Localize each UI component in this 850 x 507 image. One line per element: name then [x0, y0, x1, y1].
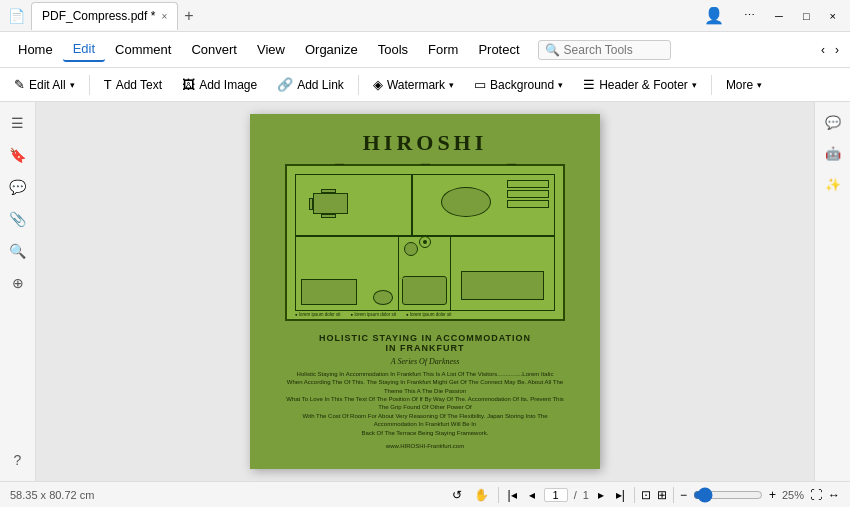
tab-close-button[interactable]: × [161, 11, 167, 22]
pan-button[interactable]: ✋ [471, 488, 492, 502]
menu-item-tools[interactable]: Tools [368, 38, 418, 61]
toolbar: ✎ Edit All ▾ T Add Text 🖼 Add Image 🔗 Ad… [0, 68, 850, 102]
sep2 [634, 487, 635, 503]
watermark-label: Watermark [387, 78, 445, 92]
background-label: Background [490, 78, 554, 92]
more-arrow: ▾ [757, 80, 762, 90]
search-icon: 🔍 [545, 43, 560, 57]
search-box[interactable]: 🔍 [538, 40, 671, 60]
menu-item-organize[interactable]: Organize [295, 38, 368, 61]
header-footer-button[interactable]: ☰ Header & Footer ▾ [575, 74, 705, 95]
add-image-label: Add Image [199, 78, 257, 92]
menu-item-edit[interactable]: Edit [63, 37, 105, 62]
restore-button[interactable]: □ [797, 8, 816, 24]
right-ai2-icon[interactable]: ✨ [820, 172, 846, 197]
nav-forward-button[interactable]: › [832, 43, 842, 57]
search-input[interactable] [564, 43, 664, 57]
more-label: More [726, 78, 753, 92]
add-text-button[interactable]: T Add Text [96, 74, 170, 95]
title-bar-left: 📄 PDF_Compress.pdf * × + [8, 2, 194, 30]
add-link-button[interactable]: 🔗 Add Link [269, 74, 352, 95]
page-separator: / [574, 489, 577, 501]
sidebar-left: ☰ 🔖 💬 📎 🔍 ⊕ ? [0, 102, 36, 481]
separator-1 [89, 75, 90, 95]
background-arrow: ▾ [558, 80, 563, 90]
watermark-button[interactable]: ◈ Watermark ▾ [365, 74, 462, 95]
next-page-button[interactable]: ▸ [595, 488, 607, 502]
status-bar: 58.35 x 80.72 cm ↺ ✋ |◂ ◂ / 1 ▸ ▸| ⊡ ⊞ −… [0, 481, 850, 507]
background-icon: ▭ [474, 77, 486, 92]
pdf-page: HIROSHI [250, 114, 600, 469]
panel-layers-icon[interactable]: ⊕ [7, 270, 29, 296]
floor-plan: ━━━━━━━━━ ● lorem ipsum dolor sit● lorem… [285, 164, 565, 321]
right-chat-icon[interactable]: 💬 [820, 110, 846, 135]
edit-all-label: Edit All [29, 78, 66, 92]
menu-bar: Home Edit Comment Convert View Organize … [0, 32, 850, 68]
tab-label: PDF_Compress.pdf * [42, 9, 155, 23]
more-options-button[interactable]: ⋯ [738, 7, 761, 24]
pdf-title: HIROSHI [363, 130, 488, 156]
last-page-button[interactable]: ▸| [613, 488, 628, 502]
content-area: HIROSHI [36, 102, 814, 481]
watermark-arrow: ▾ [449, 80, 454, 90]
sep3 [673, 487, 674, 503]
page-number-input[interactable] [544, 488, 568, 502]
panel-help-icon[interactable]: ? [9, 447, 27, 473]
panel-attachment-icon[interactable]: 📎 [4, 206, 31, 232]
main-layout: ☰ 🔖 💬 📎 🔍 ⊕ ? HIROSHI [0, 102, 850, 481]
sep [498, 487, 499, 503]
close-button[interactable]: × [824, 8, 842, 24]
zoom-out-button[interactable]: − [680, 488, 687, 502]
menu-item-comment[interactable]: Comment [105, 38, 181, 61]
menu-item-home[interactable]: Home [8, 38, 63, 61]
menu-item-convert[interactable]: Convert [181, 38, 247, 61]
pdf-icon: 📄 [8, 8, 25, 24]
zoom-level-label: 25% [782, 489, 804, 501]
status-right: ↺ ✋ |◂ ◂ / 1 ▸ ▸| ⊡ ⊞ − + 25% ⛶ ↔ [449, 487, 841, 503]
add-link-label: Add Link [297, 78, 344, 92]
edit-all-arrow: ▾ [70, 80, 75, 90]
new-tab-button[interactable]: + [184, 7, 193, 25]
text-icon: T [104, 77, 112, 92]
panel-search-icon[interactable]: 🔍 [4, 238, 31, 264]
fit-width-button[interactable]: ↔ [828, 488, 840, 502]
sidebar-right: 💬 🤖 ✨ [814, 102, 850, 481]
account-icon[interactable]: 👤 [698, 4, 730, 27]
prev-page-button[interactable]: ◂ [526, 488, 538, 502]
active-tab[interactable]: PDF_Compress.pdf * × [31, 2, 178, 30]
menu-item-form[interactable]: Form [418, 38, 468, 61]
pdf-subtitle2: A Series Of Darkness [391, 357, 460, 366]
menu-item-view[interactable]: View [247, 38, 295, 61]
fullscreen-button[interactable]: ⛶ [810, 488, 822, 502]
first-page-button[interactable]: |◂ [505, 488, 520, 502]
add-image-button[interactable]: 🖼 Add Image [174, 74, 265, 95]
fit-page-button[interactable]: ⊡ [641, 488, 651, 502]
more-button[interactable]: More ▾ [718, 75, 770, 95]
menu-item-protect[interactable]: Protect [468, 38, 529, 61]
total-pages: 1 [583, 489, 589, 501]
header-footer-arrow: ▾ [692, 80, 697, 90]
header-footer-label: Header & Footer [599, 78, 688, 92]
link-icon: 🔗 [277, 77, 293, 92]
background-button[interactable]: ▭ Background ▾ [466, 74, 571, 95]
right-ai1-icon[interactable]: 🤖 [820, 141, 846, 166]
panel-menu-icon[interactable]: ☰ [6, 110, 29, 136]
watermark-icon: ◈ [373, 77, 383, 92]
header-footer-icon: ☰ [583, 77, 595, 92]
actual-size-button[interactable]: ⊞ [657, 488, 667, 502]
title-bar-right: 👤 ⋯ ─ □ × [698, 4, 842, 27]
panel-comment-icon[interactable]: 💬 [4, 174, 31, 200]
edit-all-button[interactable]: ✎ Edit All ▾ [6, 74, 83, 95]
separator-2 [358, 75, 359, 95]
zoom-slider[interactable] [693, 487, 763, 503]
add-text-label: Add Text [116, 78, 162, 92]
minimize-button[interactable]: ─ [769, 8, 789, 24]
rotate-left-button[interactable]: ↺ [449, 488, 465, 502]
pdf-url: www.HIROSHI-Frankfurt.com [386, 443, 464, 449]
edit-icon: ✎ [14, 77, 25, 92]
nav-back-button[interactable]: ‹ [818, 43, 828, 57]
pdf-subtitle: Holistic Staying In AccommodationIn Fran… [319, 333, 531, 353]
image-icon: 🖼 [182, 77, 195, 92]
zoom-in-button[interactable]: + [769, 488, 776, 502]
panel-bookmark-icon[interactable]: 🔖 [4, 142, 31, 168]
